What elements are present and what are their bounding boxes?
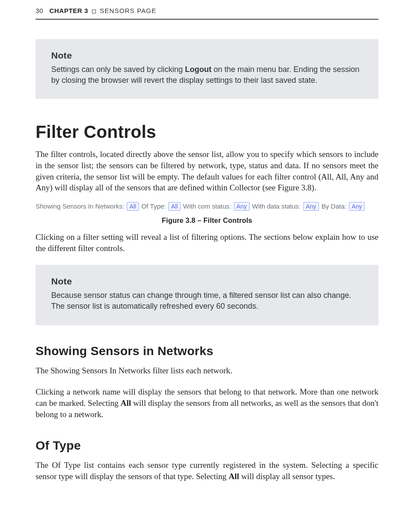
square-icon (92, 10, 96, 13)
figure-filter-bar: Showing Sensors In Networks: All Of Type… (36, 202, 378, 211)
chapter-label: CHAPTER 3 (49, 7, 89, 14)
filter-pill-networks: All (127, 202, 139, 211)
filter-label-type: Of Type: (141, 202, 166, 210)
note-body: Because sensor status can change through… (51, 290, 363, 312)
oftype-p1: The Of Type list contains each sensor ty… (36, 460, 378, 482)
page-number: 30 (36, 7, 43, 14)
figure-caption: Figure 3.8 – Filter Controls (36, 217, 378, 225)
networks-p2: Clicking a network name will display the… (36, 386, 378, 420)
filter-intro-paragraph: The filter controls, located directly ab… (36, 149, 378, 193)
heading-showing-sensors: Showing Sensors in Networks (36, 344, 378, 358)
filter-label-bydata: By Data: (322, 202, 347, 210)
note-box-2: Note Because sensor status can change th… (36, 265, 378, 325)
note-text-pre: Settings can only be saved by clicking (51, 65, 185, 74)
filter-label-comstatus: With com status: (183, 202, 231, 210)
header-rule (36, 19, 378, 20)
header-section-label: SENSORS PAGE (100, 7, 156, 14)
heading-of-type: Of Type (36, 439, 378, 453)
filter-label-networks: Showing Sensors In Networks: (36, 202, 124, 210)
networks-p1: The Showing Sensors In Networks filter l… (36, 365, 378, 376)
filter-pill-type: All (168, 202, 181, 211)
filter-pill-comstatus: Any (234, 202, 250, 211)
filter-label-datastatus: With data status: (252, 202, 301, 210)
note-body: Settings can only be saved by clicking L… (51, 64, 363, 86)
filter-pill-datastatus: Any (303, 202, 319, 211)
page-container: 30 CHAPTER 3 SENSORS PAGE Note Settings … (0, 0, 414, 532)
oftype-p1-bold: All (229, 472, 239, 481)
note-text-bold: Logout (185, 65, 211, 74)
heading-filter-controls: Filter Controls (36, 122, 378, 142)
header-group: CHAPTER 3 SENSORS PAGE (49, 7, 157, 15)
filter-pill-bydata: Any (349, 202, 365, 211)
note-title: Note (51, 276, 363, 287)
note-box-1: Note Settings can only be saved by click… (36, 39, 378, 99)
oftype-p1-post: will display all sensor types. (239, 472, 335, 481)
note-title: Note (51, 50, 363, 61)
filter-click-paragraph: Clicking on a filter setting will reveal… (36, 232, 378, 254)
networks-p2-bold: All (121, 398, 131, 408)
running-header: 30 CHAPTER 3 SENSORS PAGE (36, 7, 378, 15)
